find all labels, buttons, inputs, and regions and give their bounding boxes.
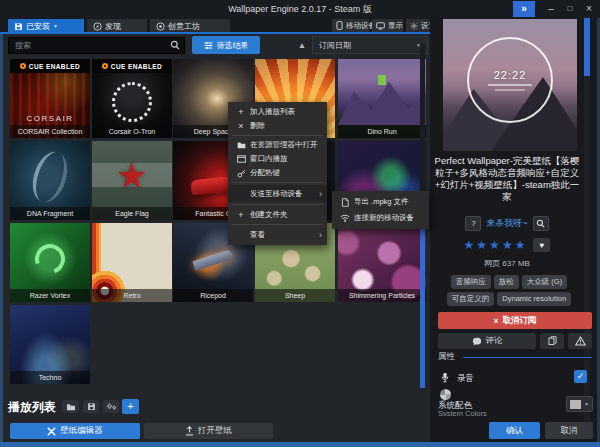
wallpaper-tile-razer-vortex[interactable]: Razer Vortex	[10, 223, 90, 302]
unsubscribe-button[interactable]: × 取消订阅	[438, 312, 592, 329]
menu-item-play-in-window[interactable]: 窗口内播放	[228, 152, 327, 166]
maximize-button[interactable]: □	[562, 1, 578, 17]
playlist-save-button[interactable]	[83, 400, 99, 413]
menu-separator	[232, 204, 323, 205]
wallpaper-tile-eagle-flag[interactable]: ★ Eagle Flag	[92, 141, 172, 220]
tile-label: Ricepod	[173, 289, 253, 302]
menu-separator	[232, 135, 323, 136]
tag[interactable]: 可自定义的	[447, 292, 495, 306]
report-button[interactable]	[568, 333, 592, 349]
phone-icon	[336, 21, 343, 30]
grid-scrollbar-thumb[interactable]	[420, 202, 425, 388]
menu-item-open-in-explorer[interactable]: 在资源管理器中打开	[228, 138, 327, 152]
menu-item-view[interactable]: 查看 ›	[228, 227, 327, 242]
filter-results-label: 筛选结果	[217, 40, 249, 51]
mic-property-label: 录音	[457, 373, 474, 385]
comment-bubble-icon	[472, 337, 482, 346]
minimize-button[interactable]: –	[543, 1, 559, 17]
sort-dropdown-value: 订阅日期	[319, 40, 351, 51]
confirm-button[interactable]: 确认	[489, 422, 540, 439]
tile-label: Shimmering Particles	[338, 289, 426, 302]
sort-dropdown[interactable]: 订阅日期 ▼	[312, 36, 428, 54]
tag[interactable]: 放松	[494, 275, 519, 289]
mobile-devices-button[interactable]: 移动设备	[332, 19, 369, 32]
tools-icon	[47, 427, 56, 436]
tab-discover[interactable]: 发现	[87, 19, 147, 33]
mic-checkbox[interactable]: ✓	[574, 370, 587, 383]
context-menu: + 加入播放列表 × 删除 在资源管理器中打开 窗口内播放 分配热键 发送至移动…	[228, 102, 327, 245]
wallpaper-tile-corsair-o-tron[interactable]: CUE ENABLED Corsair O-Tron	[92, 59, 172, 138]
plus-icon: +	[235, 210, 247, 220]
wallpaper-title: Perfect Wallpaper-完美壁纸【落樱粒子+多风格动态音频响应+自定…	[433, 155, 581, 203]
cancel-button[interactable]: 取消	[545, 422, 593, 439]
menu-item-create-folder[interactable]: + 创建文件夹	[228, 207, 327, 222]
collapse-button[interactable]: ▲	[294, 39, 310, 52]
o-tron-ring-art	[112, 82, 152, 122]
playlist-add-button[interactable]: +	[122, 399, 139, 414]
filter-results-button[interactable]: 筛选结果	[192, 36, 260, 54]
floppy-icon	[14, 22, 23, 31]
search-author-button[interactable]	[533, 216, 549, 231]
copy-icon	[548, 336, 557, 346]
submenu-item-connect-new-mobile[interactable]: 连接新的移动设备	[332, 210, 429, 226]
wallpaper-editor-button[interactable]: 壁纸编辑器	[10, 423, 140, 439]
dino-art	[378, 75, 386, 85]
help-button[interactable]: ?	[465, 216, 481, 231]
wallpaper-tile-shimmering-particles[interactable]: Shimmering Particles	[338, 223, 426, 302]
tab-installed-label: 已安装	[26, 21, 50, 32]
key-icon	[235, 169, 247, 178]
gears-icon	[106, 402, 117, 411]
window-border-left	[0, 34, 3, 442]
wallpaper-tile-corsair-collection[interactable]: CUE ENABLED CORSAIR CORSAIR Collection	[10, 59, 90, 138]
menu-separator	[232, 224, 323, 225]
clock-time: 22:22	[494, 69, 527, 81]
copy-button[interactable]	[540, 333, 564, 349]
tab-workshop-label: 创意工坊	[168, 21, 200, 32]
playlist-open-folder-button[interactable]	[62, 400, 79, 413]
caret-down-icon: ▼	[584, 401, 589, 407]
tag[interactable]: Dynamic resolution	[497, 292, 571, 306]
wallpaper-tile-retro[interactable]: Retro	[92, 223, 172, 302]
icue-logo-icon	[20, 63, 26, 69]
menu-item-assign-hotkey[interactable]: 分配热键	[228, 166, 327, 180]
menu-item-send-to-mobile[interactable]: 发送至移动设备 ›	[228, 185, 327, 202]
close-button[interactable]: ×	[581, 1, 597, 17]
playlist-settings-button[interactable]	[103, 400, 119, 413]
display-button[interactable]: 显示	[372, 19, 403, 32]
send-to-mobile-submenu: 导出 .mpkg 文件 连接新的移动设备	[332, 191, 429, 229]
warning-icon	[575, 336, 586, 346]
color-swatch	[570, 400, 581, 409]
wallpaper-tile-dino-run[interactable]: Dino Run	[338, 59, 426, 138]
window-title: Wallpaper Engine 2.0.17 - Steam 版	[0, 0, 600, 18]
comment-button[interactable]: 评论	[438, 333, 536, 349]
favorite-button[interactable]: ♥	[533, 238, 550, 252]
spaceship-art	[192, 249, 233, 271]
plus-icon: +	[235, 107, 247, 117]
tag-list: 音频响应 放松 大众级 (G) 可自定义的 Dynamic resolution	[434, 275, 584, 306]
rating-stars[interactable]: ★★★★★	[464, 238, 528, 252]
search-input[interactable]	[8, 37, 185, 54]
tag[interactable]: 音频响应	[451, 275, 491, 289]
tab-installed[interactable]: 已安装 ▼	[8, 19, 84, 33]
open-wallpaper-button[interactable]: 打开壁纸	[144, 423, 273, 439]
window-icon	[235, 155, 247, 163]
star-art: ★	[116, 158, 148, 194]
submenu-item-export-mpkg[interactable]: 导出 .mpkg 文件	[332, 194, 429, 210]
properties-divider	[463, 357, 592, 358]
wallpaper-tile-techno[interactable]: Techno	[10, 305, 90, 384]
author-link[interactable]: 来杀我呀~	[486, 217, 527, 230]
tag[interactable]: 大众级 (G)	[522, 275, 567, 289]
expand-panel-button[interactable]: »	[513, 1, 535, 17]
menu-item-add-to-playlist[interactable]: + 加入播放列表	[228, 105, 327, 119]
tile-label: Dino Run	[338, 125, 426, 138]
wallpaper-tile-dna-fragment[interactable]: DNA Fragment	[10, 141, 90, 220]
panel-scrollbar-thumb[interactable]	[584, 18, 590, 76]
settings-button[interactable]: 设置	[406, 19, 429, 32]
color-picker-dropdown[interactable]: ▼	[566, 396, 593, 412]
menu-item-delete[interactable]: × 删除	[228, 119, 327, 133]
tile-label: CORSAIR Collection	[10, 125, 90, 138]
tab-workshop[interactable]: 创意工坊	[150, 19, 230, 33]
dna-helix-art	[27, 147, 74, 206]
wallpaper-preview[interactable]: 22:22	[443, 19, 577, 151]
properties-heading: 属性	[438, 351, 455, 363]
